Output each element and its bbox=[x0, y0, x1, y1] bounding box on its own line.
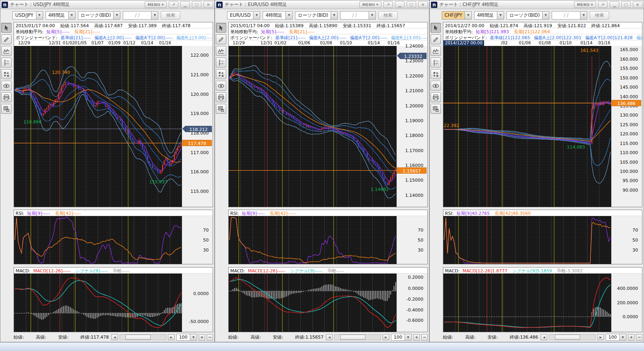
date-input[interactable]: / / ▼ bbox=[552, 11, 587, 20]
draw-tool-button[interactable] bbox=[216, 34, 226, 44]
scroll-right-button[interactable]: ▶ bbox=[168, 334, 175, 340]
rsi-chart[interactable] bbox=[229, 216, 397, 264]
maximize-button[interactable]: □ bbox=[407, 1, 416, 8]
chevron-down-icon[interactable]: ▼ bbox=[542, 12, 549, 19]
chevron-down-icon[interactable]: ▼ bbox=[369, 12, 375, 19]
indicator-tool-button[interactable] bbox=[1, 46, 12, 56]
chevron-down-icon[interactable]: ▼ bbox=[405, 334, 411, 340]
search-button[interactable]: 検索 bbox=[161, 11, 180, 20]
popout-button[interactable]: ↗ bbox=[598, 1, 608, 8]
marker-tool-button[interactable] bbox=[1, 69, 12, 79]
zoom-in-button[interactable]: + bbox=[628, 334, 634, 341]
price-chart[interactable]: 1.14692 bbox=[229, 46, 397, 207]
minimize-button[interactable]: ▁ bbox=[395, 1, 405, 8]
visibility-tool-button[interactable] bbox=[431, 81, 441, 91]
date-input[interactable]: / / ▼ bbox=[123, 11, 158, 20]
zoom-in-button[interactable]: + bbox=[413, 334, 420, 341]
symbol-select[interactable]: USD/JPY ▼ bbox=[12, 11, 43, 20]
scrollbar-track[interactable] bbox=[549, 334, 596, 340]
symbol-select[interactable]: EUR/USD ▼ bbox=[227, 11, 260, 20]
bar-count-select[interactable]: 100 ▼ bbox=[391, 334, 412, 341]
chevron-down-icon[interactable]: ▼ bbox=[285, 12, 292, 19]
scroll-left-button[interactable]: ◀ bbox=[326, 334, 333, 340]
zoom-out-button[interactable]: − bbox=[207, 334, 213, 341]
print-button[interactable] bbox=[1, 92, 12, 102]
chevron-down-icon[interactable]: ▼ bbox=[68, 12, 75, 19]
macd-chart[interactable] bbox=[229, 274, 397, 332]
chevron-down-icon[interactable]: ▼ bbox=[331, 12, 337, 19]
axis-scale-tool-button[interactable]: 70.060.0 bbox=[1, 58, 12, 67]
close-button[interactable]: × bbox=[633, 1, 642, 8]
cursor-tool-button[interactable] bbox=[431, 23, 441, 33]
cursor-tool-button[interactable] bbox=[1, 23, 12, 33]
rsi-chart[interactable] bbox=[443, 216, 612, 264]
popout-button[interactable]: ↗ bbox=[169, 1, 178, 8]
export-data-button[interactable] bbox=[1, 104, 12, 114]
macd-chart[interactable] bbox=[443, 274, 612, 332]
search-button[interactable]: 検索 bbox=[590, 11, 609, 20]
minimize-button[interactable]: ▁ bbox=[610, 1, 619, 8]
chevron-down-icon[interactable]: ▼ bbox=[619, 334, 626, 340]
popout-button[interactable]: ↗ bbox=[383, 1, 393, 8]
export-data-button[interactable] bbox=[216, 104, 226, 114]
timeframe-select[interactable]: 4時間足 ▼ bbox=[474, 11, 504, 20]
search-button[interactable]: 検索 bbox=[378, 11, 398, 20]
scroll-left-button[interactable]: ◀ bbox=[111, 334, 118, 340]
chevron-down-icon[interactable]: ▼ bbox=[190, 334, 197, 340]
axis-scale-tool-button[interactable]: 70.060.0 bbox=[216, 58, 226, 67]
window-titlebar[interactable]: n チャート : CHF/JPY 4時間足 MENU▼ ↗ ▁ □ × bbox=[430, 0, 644, 9]
chevron-down-icon[interactable]: ▼ bbox=[497, 12, 504, 19]
date-input[interactable]: / / ▼ bbox=[340, 11, 376, 20]
minimize-button[interactable]: ▁ bbox=[180, 1, 190, 8]
chevron-down-icon[interactable]: ▼ bbox=[151, 12, 158, 19]
scroll-right-button[interactable]: ▶ bbox=[597, 334, 604, 340]
price-chart[interactable]: 120.740118.866115.837 bbox=[14, 46, 182, 207]
chevron-down-icon[interactable]: ▼ bbox=[580, 12, 587, 19]
scrollbar-thumb[interactable] bbox=[126, 335, 151, 340]
indicator-tool-button[interactable] bbox=[431, 46, 441, 56]
maximize-button[interactable]: □ bbox=[192, 1, 201, 8]
menu-button[interactable]: MENU▼ bbox=[145, 1, 167, 8]
price-chart[interactable]: 161.543122.392114.083 bbox=[443, 46, 612, 207]
chevron-down-icon[interactable]: ▼ bbox=[253, 12, 260, 19]
marker-tool-button[interactable] bbox=[216, 69, 226, 79]
menu-button[interactable]: MENU▼ bbox=[359, 1, 381, 8]
scrollbar-thumb[interactable] bbox=[555, 335, 580, 340]
bar-count-select[interactable]: 100 ▼ bbox=[176, 334, 197, 341]
symbol-select[interactable]: CHF/JPY ▼ bbox=[442, 11, 472, 20]
chevron-down-icon[interactable]: ▼ bbox=[465, 12, 471, 19]
scrollbar-thumb[interactable] bbox=[340, 335, 365, 340]
visibility-tool-button[interactable] bbox=[216, 81, 226, 91]
timeframe-select[interactable]: 4時間足 ▼ bbox=[263, 11, 293, 20]
scroll-right-button[interactable]: ▶ bbox=[383, 334, 389, 340]
print-button[interactable] bbox=[431, 92, 441, 102]
draw-tool-button[interactable] bbox=[431, 34, 441, 44]
scrollbar-track[interactable] bbox=[334, 334, 381, 340]
bar-count-select[interactable]: 100 ▼ bbox=[606, 334, 626, 341]
rsi-chart[interactable] bbox=[14, 216, 182, 264]
maximize-button[interactable]: □ bbox=[621, 1, 631, 8]
axis-scale-tool-button[interactable]: 70.060.0 bbox=[431, 58, 441, 67]
chart-type-select[interactable]: ローソク(BID) ▼ bbox=[506, 11, 549, 20]
macd-chart[interactable] bbox=[14, 274, 182, 332]
zoom-in-button[interactable]: + bbox=[199, 334, 205, 341]
visibility-tool-button[interactable] bbox=[1, 81, 12, 91]
close-button[interactable]: × bbox=[418, 1, 428, 8]
draw-tool-button[interactable] bbox=[1, 34, 12, 44]
indicator-tool-button[interactable] bbox=[216, 46, 226, 56]
window-titlebar[interactable]: n チャート : USD/JPY 4時間足 MENU▼ ↗ ▁ □ × bbox=[0, 0, 214, 9]
chart-type-select[interactable]: ローソク(BID) ▼ bbox=[78, 11, 121, 20]
scrollbar-track[interactable] bbox=[120, 334, 166, 340]
timeframe-select[interactable]: 4時間足 ▼ bbox=[46, 11, 76, 20]
print-button[interactable] bbox=[216, 92, 226, 102]
cursor-tool-button[interactable] bbox=[216, 23, 226, 33]
chevron-down-icon[interactable]: ▼ bbox=[113, 12, 120, 19]
window-titlebar[interactable]: n チャート : EUR/USD 4時間足 MENU▼ ↗ ▁ □ × bbox=[215, 0, 429, 9]
close-button[interactable]: × bbox=[203, 1, 213, 8]
menu-button[interactable]: MENU▼ bbox=[574, 1, 596, 8]
zoom-out-button[interactable]: − bbox=[636, 334, 642, 341]
export-data-button[interactable] bbox=[431, 104, 441, 114]
chevron-down-icon[interactable]: ▼ bbox=[36, 12, 43, 19]
zoom-out-button[interactable]: − bbox=[421, 334, 428, 341]
scroll-left-button[interactable]: ◀ bbox=[540, 334, 547, 340]
